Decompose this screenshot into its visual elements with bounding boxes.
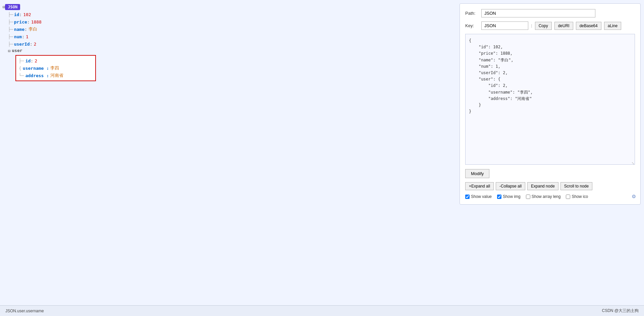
- json-tree-panel: ⊟ JSON ├─ id : 102 ├─ price : 1888 ├─ na…: [0, 0, 329, 302]
- resize-handle-icon: ⤡: [632, 161, 634, 165]
- value-num: 1: [26, 34, 29, 39]
- tree-username-row: { username : 李四: [19, 64, 93, 72]
- action-buttons-row: +Expand all -Collapse all Expand node Sc…: [465, 182, 635, 190]
- status-credit: CSDN @大三的土狗: [602, 308, 639, 314]
- status-path: JSON.user.username: [5, 309, 44, 313]
- show-array-leng-checkbox-label[interactable]: Show array leng: [526, 194, 561, 199]
- key-input[interactable]: [481, 21, 528, 30]
- tree-user-row: ⊟ user: [0, 48, 329, 55]
- status-bar: JSON.user.username CSDN @大三的土狗: [0, 305, 644, 316]
- root-collapse-icon[interactable]: ⊟: [3, 5, 5, 9]
- key-userid: userId: [14, 42, 30, 47]
- user-children-box: ├─ id : 2 { username : 李四 └─ address : 河…: [15, 55, 96, 81]
- key-row: Key: : Copy deURI deBase64 aLine: [465, 21, 635, 30]
- path-row: Path:: [465, 9, 635, 17]
- vert-line: └─: [19, 73, 24, 78]
- debase64-button[interactable]: deBase64: [576, 22, 601, 30]
- value-userid: 2: [34, 42, 36, 47]
- colon-num: :: [22, 34, 24, 39]
- checkbox-row: Show value Show img Show array leng Show…: [465, 194, 635, 199]
- value-id: 102: [23, 12, 31, 17]
- key-num: num: [14, 34, 22, 39]
- json-content-container: { "id": 102, "price": 1888, "name": "李白"…: [465, 34, 635, 166]
- tree-address-row: └─ address : 河南省: [19, 72, 93, 79]
- show-array-leng-checkbox[interactable]: [526, 195, 530, 199]
- key-name: name: [14, 27, 24, 32]
- show-img-checkbox-label[interactable]: Show img: [497, 194, 521, 199]
- aline-button[interactable]: aLine: [604, 22, 621, 30]
- key-address: address :: [25, 73, 49, 78]
- colon-userid: :: [30, 42, 33, 47]
- show-value-label: Show value: [471, 194, 492, 199]
- vert-line: ├─: [8, 42, 13, 47]
- key-id: id: [14, 12, 19, 17]
- tree-num-row: ├─ num : 1: [0, 33, 329, 40]
- colon-user-id: :: [31, 58, 33, 63]
- tree-userid-row: ├─ userId : 2: [0, 40, 329, 48]
- scroll-to-node-button[interactable]: Scroll to node: [560, 182, 592, 190]
- colon-separator: :: [531, 23, 532, 28]
- show-img-checkbox[interactable]: [497, 195, 501, 199]
- colon-price: :: [27, 19, 30, 24]
- tree-root-row: ⊟ JSON: [0, 3, 329, 11]
- value-username: 李四: [50, 65, 59, 71]
- root-json-badge[interactable]: JSON: [5, 4, 20, 10]
- show-ico-label: Show ico: [572, 194, 588, 199]
- show-value-checkbox[interactable]: [465, 195, 470, 199]
- expand-all-button[interactable]: +Expand all: [465, 182, 494, 190]
- vert-line: ├─: [8, 19, 13, 24]
- path-input[interactable]: [481, 9, 595, 17]
- key-user-id: id: [25, 58, 31, 63]
- collapse-all-button[interactable]: -Collapse all: [496, 182, 525, 190]
- deuri-button[interactable]: deURI: [554, 22, 573, 30]
- expand-node-button[interactable]: Expand node: [527, 182, 558, 190]
- right-panel: Path: Key: : Copy deURI deBase64 aLine {…: [460, 3, 641, 205]
- colon-id: :: [19, 12, 22, 17]
- path-label: Path:: [465, 11, 479, 16]
- vert-line: ├─: [8, 34, 13, 39]
- vert-line: ├─: [19, 58, 24, 63]
- key-label: Key:: [465, 23, 479, 28]
- colon-name: :: [24, 27, 27, 32]
- tree-name-row: ├─ name : 李白: [0, 25, 329, 33]
- vert-line: ├─: [8, 12, 13, 17]
- tree-price-row: ├─ price : 1888: [0, 18, 329, 25]
- show-img-label: Show img: [503, 194, 521, 199]
- modify-button[interactable]: Modify: [465, 169, 489, 178]
- key-username: username :: [23, 66, 49, 71]
- key-price: price: [14, 19, 27, 24]
- value-name: 李白: [29, 26, 37, 32]
- json-textarea[interactable]: { "id": 102, "price": 1888, "name": "李白"…: [465, 34, 635, 165]
- tree-user-id-row: ├─ id : 2: [19, 57, 93, 64]
- show-ico-checkbox[interactable]: [566, 195, 570, 199]
- tree-id-row: ├─ id : 102: [0, 11, 329, 18]
- brace-icon: {: [19, 66, 21, 71]
- vert-line: ├─: [8, 27, 13, 32]
- show-value-checkbox-label[interactable]: Show value: [465, 194, 492, 199]
- show-ico-checkbox-label[interactable]: Show ico: [566, 194, 588, 199]
- user-collapse-icon[interactable]: ⊟: [8, 49, 10, 53]
- copy-button[interactable]: Copy: [535, 22, 552, 30]
- user-node-label: user: [12, 48, 22, 53]
- value-user-id: 2: [35, 58, 37, 63]
- gear-icon[interactable]: ⚙: [632, 193, 636, 200]
- value-address: 河南省: [50, 72, 63, 78]
- value-price: 1888: [31, 19, 42, 24]
- show-array-leng-label: Show array leng: [532, 194, 561, 199]
